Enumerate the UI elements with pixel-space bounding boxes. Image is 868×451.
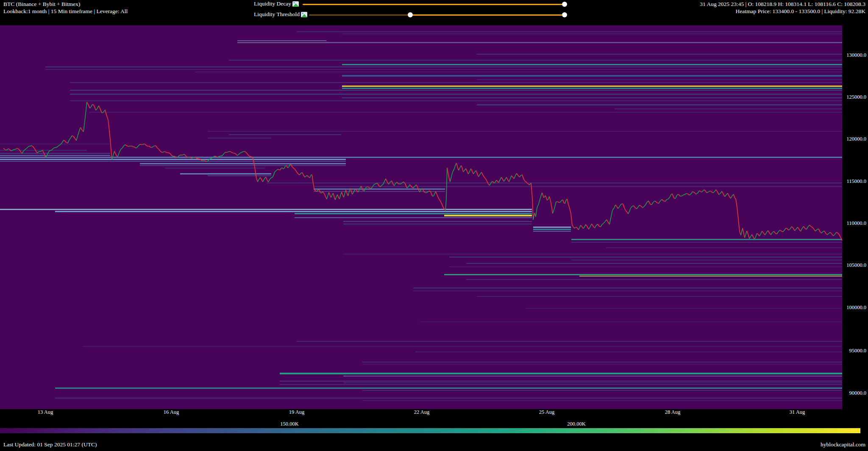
liquidity-band bbox=[314, 188, 445, 190]
last-updated-text: Last Updated: 01 Sep 2025 01:27 (UTC) bbox=[3, 441, 97, 448]
liquidity-band bbox=[466, 263, 842, 264]
liquidity-band bbox=[314, 186, 842, 187]
liquidity-band bbox=[280, 373, 842, 374]
liquidity-band bbox=[420, 321, 842, 322]
liquidity-band bbox=[579, 276, 842, 277]
liquidity-band bbox=[195, 72, 842, 72]
liquidity-band bbox=[343, 376, 842, 376]
liquidity-band bbox=[0, 153, 110, 154]
liquidity-band bbox=[413, 291, 842, 291]
date-axis-label: 22 Aug bbox=[407, 409, 437, 415]
liquidity-band bbox=[280, 384, 842, 385]
liquidity-band bbox=[342, 86, 842, 87]
liquidity-band bbox=[70, 100, 842, 101]
liquidity-band bbox=[295, 217, 532, 218]
liquidity-band bbox=[526, 308, 842, 309]
liquidity-band bbox=[297, 31, 842, 32]
liquidity-band bbox=[180, 173, 271, 174]
liquidity-band bbox=[295, 213, 532, 214]
liquidity-band bbox=[70, 90, 842, 91]
price-axis-label: 115000.0 bbox=[837, 178, 866, 185]
price-axis-label: 105000.0 bbox=[837, 262, 866, 268]
date-axis-label: 19 Aug bbox=[282, 409, 312, 415]
site-link[interactable]: hyblockcapital.com bbox=[821, 441, 865, 448]
liquidity-band bbox=[280, 381, 842, 382]
price-axis-label: 110000.0 bbox=[837, 220, 866, 227]
liquidity-band bbox=[362, 390, 842, 391]
date-axis-label: 13 Aug bbox=[31, 409, 60, 415]
liquidation-heatmap-app: BTC (Binance + Bybit + Bitmex) Lookback:… bbox=[0, 0, 868, 451]
liquidity-band bbox=[466, 279, 842, 280]
liquidity-band bbox=[0, 155, 110, 156]
liquidity-band bbox=[70, 94, 842, 95]
liquidity-colorbar bbox=[0, 428, 860, 433]
liquidity-band bbox=[477, 54, 842, 55]
liquidity-band bbox=[343, 221, 532, 222]
liquidity-band bbox=[0, 157, 842, 158]
liquidity-band bbox=[55, 398, 842, 398]
liquidity-band bbox=[413, 288, 842, 288]
liquidity-band bbox=[615, 108, 842, 109]
liquidity-band bbox=[533, 227, 571, 228]
liquidity-band bbox=[343, 224, 532, 224]
liquidity-band bbox=[533, 229, 571, 230]
liquidity-band bbox=[140, 165, 346, 166]
liquidity-band bbox=[0, 159, 346, 160]
date-axis-label: 16 Aug bbox=[156, 409, 186, 415]
liquidity-band bbox=[449, 257, 842, 257]
liquidity-band bbox=[83, 346, 842, 347]
date-axis-label: 31 Aug bbox=[782, 409, 812, 415]
liquidity-band bbox=[229, 134, 341, 135]
liquidity-band bbox=[89, 112, 842, 113]
liquidity-band bbox=[55, 211, 532, 212]
date-axis-label: 25 Aug bbox=[532, 409, 562, 415]
liquidity-band bbox=[208, 138, 271, 138]
liquidity-band bbox=[140, 163, 346, 164]
date-axis-label: 28 Aug bbox=[658, 409, 687, 415]
liquidity-band bbox=[237, 40, 326, 41]
liquidity-band bbox=[314, 191, 445, 192]
price-axis-label: 130000.0 bbox=[837, 52, 866, 58]
price-axis-label: 95000.0 bbox=[837, 348, 866, 354]
liquidity-band bbox=[477, 104, 842, 105]
liquidity-band bbox=[0, 209, 532, 210]
liquidity-band bbox=[45, 66, 842, 67]
liquidity-band bbox=[533, 231, 571, 232]
liquidity-band bbox=[362, 400, 842, 401]
liquidity-band bbox=[606, 247, 842, 248]
price-axis-label: 125000.0 bbox=[837, 94, 866, 100]
liquidity-band bbox=[342, 97, 842, 98]
liquidity-band bbox=[0, 161, 346, 162]
colorbar-tick-label: 150.00K bbox=[273, 421, 306, 427]
price-axis-label: 120000.0 bbox=[837, 136, 866, 142]
liquidity-band bbox=[0, 144, 109, 144]
liquidity-band bbox=[477, 296, 842, 297]
liquidity-band bbox=[267, 183, 842, 183]
liquidity-band bbox=[444, 215, 532, 216]
liquidity-band bbox=[45, 69, 842, 70]
liquidity-band bbox=[449, 266, 842, 267]
liquidity-band bbox=[477, 79, 842, 80]
liquidity-band bbox=[342, 33, 842, 34]
price-axis-label: 100000.0 bbox=[837, 304, 866, 311]
liquidity-band bbox=[342, 88, 842, 89]
liquidity-band bbox=[229, 60, 842, 61]
liquidity-band bbox=[208, 175, 271, 176]
liquidity-heatmap-chart[interactable] bbox=[0, 0, 868, 451]
liquidity-band bbox=[342, 64, 842, 65]
liquidity-band bbox=[362, 362, 842, 362]
colorbar-tick-label: 200.00K bbox=[559, 421, 593, 427]
price-axis-label: 90000.0 bbox=[837, 390, 866, 396]
liquidity-band bbox=[415, 351, 842, 352]
liquidity-band bbox=[237, 42, 842, 43]
liquidity-band bbox=[444, 274, 842, 275]
liquidity-band bbox=[208, 131, 842, 132]
liquidity-band bbox=[362, 364, 842, 365]
liquidity-band bbox=[70, 82, 842, 83]
liquidity-band bbox=[571, 242, 842, 243]
liquidity-band bbox=[55, 387, 842, 389]
liquidity-band bbox=[571, 239, 842, 240]
liquidity-band bbox=[343, 382, 842, 383]
liquidity-band bbox=[343, 254, 842, 255]
liquidity-band bbox=[297, 341, 842, 342]
